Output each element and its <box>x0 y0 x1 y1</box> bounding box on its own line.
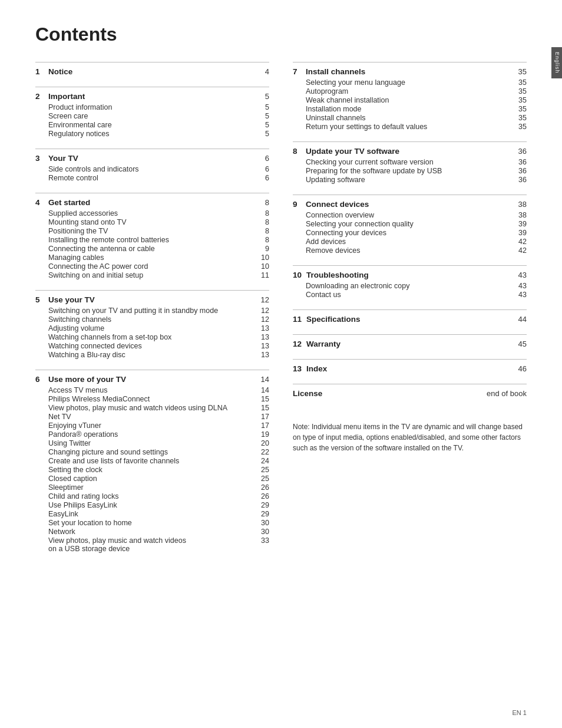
toc-sub-label: Uninstall channels <box>306 114 509 122</box>
toc-sub-label: View photos, play music and watch videos… <box>48 536 252 553</box>
toc-sub-row: Selecting your connection quality39 <box>293 220 527 228</box>
toc-sub-row: Remove devices42 <box>293 246 527 255</box>
toc-section: 12Warranty45 <box>293 334 527 348</box>
toc-section-label: Specifications <box>306 315 361 324</box>
toc-main-row: 12Warranty45 <box>293 340 527 348</box>
toc-sub-page: 39 <box>509 220 527 228</box>
toc-sub-page: 35 <box>509 78 527 87</box>
toc-sub-row: Net TV17 <box>35 413 269 421</box>
toc-sub-row: Selecting your menu language35 <box>293 78 527 87</box>
toc-sub-label: Watching channels from a set-top box <box>48 333 252 341</box>
toc-main-row: 2Important5 <box>35 92 269 101</box>
toc-section: 1Notice4 <box>35 62 269 76</box>
toc-sub-page: 15 <box>252 395 269 403</box>
toc-main-row: 9Connect devices38 <box>293 200 527 209</box>
toc-section-label: Troubleshooting <box>306 271 369 279</box>
toc-sub-row: Sleeptimer26 <box>35 483 269 492</box>
toc-sub-label: Create and use lists of favorite channel… <box>48 457 252 465</box>
toc-main-row: 5Use your TV12 <box>35 295 269 304</box>
toc-sub-page: 35 <box>509 123 527 131</box>
toc-sub-label: Positioning the TV <box>48 227 252 235</box>
toc-section-label: License <box>293 389 322 398</box>
toc-sub-page: 42 <box>509 246 527 255</box>
toc-section-label: Install channels <box>306 67 365 76</box>
toc-section-page: 5 <box>252 92 269 101</box>
toc-sub-row: Using Twitter20 <box>35 439 269 447</box>
toc-sub-label: Mounting stand onto TV <box>48 218 252 226</box>
toc-sub-label: Downloading an electronic copy <box>306 282 509 290</box>
toc-sub-page: 8 <box>252 227 269 235</box>
toc-sub-page: 12 <box>252 307 269 315</box>
toc-sub-label: Side controls and indicators <box>48 165 252 173</box>
toc-sub-page: 36 <box>509 167 527 175</box>
toc-sub-row: Remote control6 <box>35 174 269 182</box>
toc-sub-label: Network <box>48 528 252 536</box>
toc-sub-row: Set your location to home30 <box>35 519 269 527</box>
toc-sub-row: Adjusting volume13 <box>35 324 269 332</box>
toc-sub-row: Create and use lists of favorite channel… <box>35 457 269 465</box>
toc-section-page: 45 <box>509 340 527 348</box>
toc-sub-row: Weak channel installation35 <box>293 96 527 104</box>
toc-sub-label: Checking your current software version <box>306 158 509 166</box>
toc-section: 3Your TV6Side controls and indicators6Re… <box>35 149 269 182</box>
toc-sub-page: 33 <box>252 536 269 545</box>
toc-sub-page: 13 <box>252 342 269 350</box>
toc-section-label: Update your TV software <box>306 147 399 156</box>
toc-section: 4Get started8Supplied accessories8Mounti… <box>35 193 269 279</box>
toc-sub-label: Sleeptimer <box>48 483 252 492</box>
toc-sub-row: Switching on and initial setup11 <box>35 271 269 279</box>
toc-section-label: Warranty <box>306 340 340 348</box>
toc-sub-label: Supplied accessories <box>48 209 252 218</box>
toc-sub-page: 17 <box>252 421 269 430</box>
toc-sub-page: 29 <box>252 501 269 509</box>
toc-main-row: 1Notice4 <box>35 67 269 76</box>
toc-section-label: Connect devices <box>306 200 369 209</box>
toc-sub-label: Set your location to home <box>48 519 252 527</box>
toc-sub-page: 26 <box>252 483 269 492</box>
toc-sub-label: Access TV menus <box>48 386 252 394</box>
toc-sub-page: 36 <box>509 158 527 166</box>
toc-sub-page: 22 <box>252 448 269 456</box>
toc-sub-label: Setting the clock <box>48 466 252 474</box>
toc-sub-label: Updating software <box>306 176 509 184</box>
toc-main-row: 11Specifications44 <box>293 315 527 324</box>
toc-main-row: Licenseend of book <box>293 389 527 398</box>
note-text: Note: Individual menu items in the TV ar… <box>293 416 527 453</box>
toc-columns: 1Notice42Important5Product information5S… <box>35 62 527 564</box>
toc-sub-label: Pandora® operations <box>48 430 252 439</box>
toc-sub-row: Mounting stand onto TV8 <box>35 218 269 226</box>
toc-section-num: 4 <box>35 198 44 207</box>
toc-sub-label: View photos, play music and watch videos… <box>48 404 252 412</box>
toc-section-label: Index <box>306 364 327 373</box>
toc-section: 9Connect devices38Connection overview38S… <box>293 195 527 255</box>
toc-sub-label: Selecting your connection quality <box>306 220 509 228</box>
toc-sub-row: Pandora® operations19 <box>35 430 269 439</box>
toc-sub-page: 24 <box>252 457 269 465</box>
toc-sub-row: Watching channels from a set-top box13 <box>35 333 269 341</box>
toc-section-num: 9 <box>293 200 301 209</box>
toc-section-label: Get started <box>48 198 90 207</box>
toc-sub-label: Switching on and initial setup <box>48 271 252 279</box>
toc-sub-page: 35 <box>509 105 527 113</box>
toc-sub-label: Managing cables <box>48 253 252 262</box>
toc-section-label: Notice <box>48 67 72 76</box>
toc-section: 11Specifications44 <box>293 309 527 324</box>
footer: EN 1 <box>513 709 527 716</box>
toc-sub-page: 14 <box>252 386 269 394</box>
toc-sub-label: Child and rating locks <box>48 492 252 500</box>
toc-sub-row: Return your settings to default values35 <box>293 123 527 131</box>
toc-sub-page: 43 <box>509 282 527 290</box>
toc-sub-page: 35 <box>509 114 527 122</box>
toc-section-page: 46 <box>509 364 527 373</box>
toc-sub-row: Watching a Blu-ray disc13 <box>35 351 269 359</box>
toc-sub-label: Using Twitter <box>48 439 252 447</box>
toc-sub-label: Philips Wireless MediaConnect <box>48 395 252 403</box>
toc-sub-row: Network30 <box>35 528 269 536</box>
toc-sub-label: Connecting your devices <box>306 229 509 237</box>
toc-sub-page: 25 <box>252 466 269 474</box>
toc-sub-label: Connection overview <box>306 211 509 219</box>
toc-sub-label: Connecting the antenna or cable <box>48 245 252 253</box>
toc-section-num: 2 <box>35 92 44 101</box>
toc-section-page: 12 <box>252 295 269 304</box>
toc-section-num: 5 <box>35 295 44 304</box>
